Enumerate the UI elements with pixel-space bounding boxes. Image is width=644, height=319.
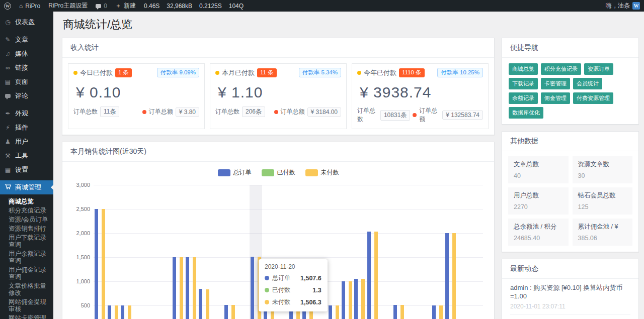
chart-slot[interactable] [340,185,353,319]
submenu-item[interactable]: 用户下载记录查询 [0,233,53,249]
quick-nav-button[interactable]: 积分充值记录 [541,63,581,75]
sidebar-item-appearance[interactable]: ✒外观 [0,107,53,121]
theme-settings-label: RiPro主题设置 [48,2,88,10]
comments-icon [4,92,12,99]
submenu-item[interactable]: 用户余额记录查询 [0,249,53,265]
sidebar-item-label: 媒体 [15,49,28,58]
new-content-menu[interactable]: ＋ 新建 [111,0,140,12]
activity-title: 最新动态 [502,259,638,279]
chart-slot[interactable] [236,185,250,319]
menu-separator [0,103,53,107]
submenu-item[interactable]: 商城总览 [0,197,53,206]
sidebar-item-pages[interactable]: ▤页面 [0,75,53,89]
chart-slot[interactable] [120,185,133,319]
chart-slot[interactable] [366,185,379,319]
submenu-item[interactable]: 用户佣金记录查询 [0,265,53,281]
sidebar-item-comments[interactable]: 评论 [0,89,53,103]
menu-icon: ⚒ [4,152,12,159]
chart-slot[interactable] [223,185,236,319]
quick-nav-button[interactable]: 付费资源管理 [573,92,613,104]
quick-nav-button[interactable]: 商城总览 [509,63,538,75]
sidebar-item-media[interactable]: ♫媒体 [0,47,53,61]
site-menu[interactable]: ⌂ RiPro [15,0,44,12]
submenu-item[interactable]: 资源/会员订单 [0,215,53,224]
quick-nav-button[interactable]: 余额记录 [509,92,538,104]
submenu-item[interactable]: 资源销售排行 [0,224,53,233]
amount-value: ¥ 0.10 [73,77,199,107]
chart-slot[interactable] [132,185,145,319]
chart-bar [206,289,209,319]
chart-slot[interactable] [210,185,223,319]
wordpress-menu[interactable]: W [0,0,15,12]
chart-slot[interactable] [405,185,418,319]
sidebar-item-dashboard[interactable]: ◷仪表盘 [0,15,53,29]
order-sum-label: 订单总额 [419,107,440,124]
activity-time: 2020-11-01 23:07:11 [510,303,630,310]
sidebar-item-label: 用户 [15,137,28,146]
sidebar-item-posts[interactable]: ✎文章 [0,33,53,47]
stat-box: 文章总数40 [508,156,569,183]
tooltip-series-name: 总订单 [272,274,290,282]
chart-bar [452,233,456,319]
sidebar-item-plugins[interactable]: ⚡插件 [0,121,53,135]
comments-menu[interactable]: 0 [92,0,111,12]
account-menu[interactable]: 嗨，油条 W [602,0,644,12]
legend-item[interactable]: 总订单 [218,168,252,177]
count-badge: 1110 条 [399,68,425,77]
quick-nav-button[interactable]: 会员统计 [573,78,602,89]
chart-slot[interactable] [94,185,107,319]
chart-slot[interactable] [327,185,340,319]
chart-slot[interactable] [431,185,444,319]
quick-nav-button[interactable]: 数据库优化 [509,107,543,119]
chart-slot[interactable] [457,185,470,319]
other-data-grid: 文章总数40资源文章数30用户总数2270钻石会员总数125总余额池 / 积分2… [502,151,638,252]
order-sum-chip: ¥ 3.80 [176,108,199,117]
sum-dot-icon [142,110,146,114]
tooltip-row: 已付数1.3 [265,286,321,294]
menu-separator [0,177,53,180]
sidebar-item-settings[interactable]: ▦设置 [0,163,53,177]
chart-slot[interactable] [145,185,158,319]
chart-slot[interactable] [379,185,392,319]
submenu-item[interactable]: 积分充值记录 [0,206,53,215]
quick-nav-button[interactable]: 资源订单 [584,63,613,75]
chart-slot[interactable] [197,185,210,319]
performance-stats: 0.46S32,968kB0.2125S104Q [140,3,248,10]
chart-slot[interactable] [418,185,431,319]
chart-slot[interactable] [158,185,172,319]
chart-slot[interactable] [444,185,457,319]
quick-nav-button[interactable]: 佣金管理 [541,92,570,104]
y-tick-label: 1,500 [76,254,90,260]
chart-slot[interactable] [172,185,185,319]
sidebar-item-tools[interactable]: ⚒工具 [0,149,53,163]
menu-icon: ♟ [4,138,12,145]
tooltip-series-dot [265,276,269,280]
chart-slot[interactable] [353,185,366,319]
legend-item[interactable]: 已付数 [262,168,295,177]
page-title: 商城统计/总览 [62,12,639,38]
income-card: 今年已付款1110 条付款率 10.25%¥ 3938.74订单总数10831条… [352,63,489,129]
submenu-item[interactable]: 网站佣金提现审核 [0,297,53,313]
stat-value: 2270 [514,203,563,210]
stat-value: 0.46S [144,3,159,10]
admin-bar: W ⌂ RiPro RiPro主题设置 0 ＋ 新建 0.46S32,968kB… [0,0,644,12]
theme-settings-menu[interactable]: RiPro主题设置 [44,0,92,12]
submenu-item[interactable]: 网站卡密管理 [0,313,53,319]
chart-bar [361,279,365,319]
sidebar-item-shop-manage[interactable]: 商城管理 [0,180,53,194]
submenu-item[interactable]: 文章价格批量修改 [0,281,53,297]
chart-bar [231,305,235,319]
sidebar-item-users[interactable]: ♟用户 [0,135,53,149]
y-tick-label: 3,000 [76,182,90,188]
quick-nav-button[interactable]: 下载记录 [509,78,538,89]
menu-icon: ♫ [4,50,12,57]
chart-slot[interactable] [185,185,198,319]
legend-item[interactable]: 未付数 [305,168,339,177]
card-label: 本月已付款 [222,68,255,77]
menu-separator [0,29,53,33]
chart-slot[interactable] [470,185,483,319]
sidebar-item-links[interactable]: ∞链接 [0,61,53,75]
chart-slot[interactable] [392,185,405,319]
quick-nav-button[interactable]: 卡密管理 [541,78,570,89]
chart-slot[interactable] [107,185,120,319]
